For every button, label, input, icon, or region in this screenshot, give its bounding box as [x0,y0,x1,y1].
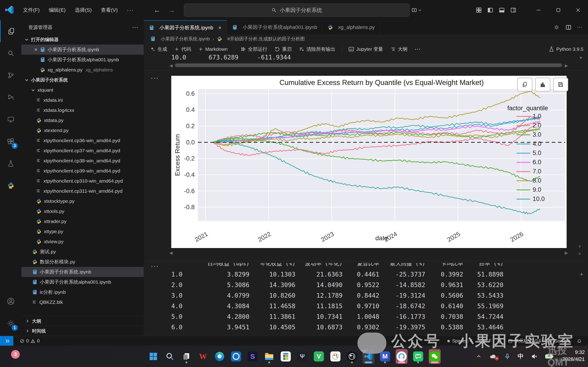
tree-item[interactable]: xttools.py [21,206,144,216]
split-editor-icon[interactable] [565,24,571,30]
tree-item[interactable]: ic分析.ipynb [21,287,144,297]
save-output-button[interactable] [553,78,568,92]
microphone-icon[interactable] [505,353,510,359]
taskbar-task-view-icon[interactable] [180,349,192,364]
tree-item[interactable]: 小果因子分析系统.ipynb [21,267,144,277]
breadcrumb-file[interactable]: 小果因子分析系统.ipynb [161,36,210,42]
taskbar-obs-icon[interactable] [346,349,358,364]
cell-actions-icon[interactable]: ··· [151,263,159,270]
tree-item[interactable]: QBKZZ.blk [21,297,144,307]
add-markdown-cell-button[interactable]: Markdown [196,45,230,53]
restart-button[interactable]: 重启 [272,45,294,54]
taskbar-outlook-icon[interactable] [230,349,242,364]
volume-muted-icon[interactable] [531,354,537,359]
tree-item[interactable]: xtdata.py [21,115,144,125]
taskbar-store-icon[interactable] [280,349,292,364]
editor-tab[interactable]: 小果因子分析系统.ipynb× [144,20,227,35]
tree-item[interactable]: xtextend.py [21,125,144,135]
activity-settings-icon[interactable]: 1 [0,312,21,334]
menu-item-s[interactable]: 选择(S) [71,4,95,16]
menu-item-e[interactable]: 编辑(E) [45,4,69,16]
open-layout-icon[interactable] [411,7,422,13]
toggle-secondary-sidebar-icon[interactable] [510,7,516,13]
scroll-up-icon[interactable]: ▲ [579,271,584,276]
activity-extensions-icon[interactable]: 3 [0,130,21,152]
menu-item-v[interactable]: 查看(V) [97,4,121,16]
clear-outputs-button[interactable]: 清除所有输出 [296,45,338,54]
tree-item[interactable]: xtpythonclient.cp39-win_amd64.pyd [21,166,144,176]
tree-item[interactable]: xtpythonclient.cp37-win_amd64.pyd [21,146,144,156]
menu-more-icon[interactable]: ··· [123,5,137,16]
kernel-picker[interactable]: Python 3.9.5 [549,46,588,52]
toolbar-more-icon[interactable]: ··· [412,45,424,53]
tree-item[interactable]: xtpythonclient.cp36-win_amd64.pyd [21,135,144,146]
copy-output-button[interactable] [517,78,532,92]
ime-indicator[interactable]: 中 [518,352,524,360]
open-editors-header[interactable]: 打开的编辑器 [21,34,144,45]
scroll-right-icon[interactable]: ▶ [565,250,568,255]
toggle-sidebar-icon[interactable] [487,7,493,13]
tree-item[interactable]: xtpythonclient.cp311-win_amd64.pyd [21,186,144,196]
tray-expand-icon[interactable] [476,354,481,359]
activity-python-icon[interactable] [0,175,21,197]
explorer-more-icon[interactable]: ··· [132,25,139,30]
activity-explorer-icon[interactable] [0,20,22,42]
scroll-left-icon[interactable]: ◀ [170,63,173,68]
outline-section[interactable]: 大纲 [21,316,144,326]
activity-run-debug-icon[interactable] [0,86,21,108]
maximize-button[interactable] [548,0,568,20]
taskbar-wps-icon[interactable]: W [197,349,209,364]
outline-button[interactable]: 大纲 [388,45,410,54]
horizontal-scrollbar[interactable] [174,63,563,67]
open-editor-item[interactable]: xg_alphalens.pyxg_alphalens [21,65,144,75]
activity-testing-icon[interactable] [0,152,21,175]
tree-item[interactable]: xtdata.log4cxx [21,105,144,115]
command-center-search[interactable]: 小果因子分析系统 [184,3,410,17]
add-code-cell-button[interactable]: 代码 [172,45,194,54]
remote-indicator[interactable] [0,336,13,346]
nav-forward-icon[interactable]: → [168,6,175,14]
taskbar-ai-s-icon[interactable]: S [247,349,259,364]
generate-button[interactable]: 生成 [147,45,170,54]
problems-indicator[interactable]: 0 0 [20,338,40,343]
open-editor-item[interactable]: ×小果因子分析系统.ipynb [21,45,144,55]
tree-item[interactable]: 小果因子分析系统alpha001.ipynb [21,277,144,287]
chart-output-button[interactable] [535,78,550,92]
taskbar-search-icon[interactable] [164,349,176,364]
editor-settings-icon[interactable] [554,24,560,30]
close-button[interactable] [568,0,588,20]
taskbar-v-app-icon[interactable]: V [313,349,325,364]
folder-section-header[interactable]: 小果因子分析系统 [21,75,144,85]
editor-more-icon[interactable]: ··· [577,25,582,29]
tree-item[interactable]: xttrader.py [21,216,144,226]
open-editor-item[interactable]: 小果因子分析系统alpha001.ipynb [21,55,144,65]
cell-actions-icon[interactable]: ··· [151,75,159,82]
onedrive-icon[interactable]: ✕ [489,354,497,359]
scroll-left-icon[interactable]: ◀ [170,250,173,255]
customize-layout-icon[interactable] [476,7,482,13]
activity-account-icon[interactable] [0,290,21,312]
editor-tab[interactable]: xg_alphalens.py [323,20,380,34]
breadcrumb[interactable]: 小果因子分析系统.ipynb › #开始因子分析,生成默认的因子分析图 [144,34,588,43]
toggle-panel-icon[interactable] [499,7,505,13]
editor-tab[interactable]: 小果因子分析系统alpha001.ipynb [227,20,323,34]
close-icon[interactable]: × [32,46,40,53]
tree-item[interactable]: xtquant [21,85,144,95]
taskbar-game-icon[interactable]: Ψ [296,349,308,364]
taskbar-edge-icon[interactable] [213,349,225,364]
activity-remote-explorer-icon[interactable] [0,108,21,130]
scroll-down-icon[interactable]: ▼ [578,252,582,257]
tree-item[interactable]: xtview.py [21,237,144,247]
scroll-up-icon[interactable]: ▼ [579,56,583,60]
taskbar-paint-icon[interactable] [329,349,341,364]
scroll-right-icon[interactable]: ▶ [565,63,568,68]
activity-search-icon[interactable] [0,42,21,64]
tree-item[interactable]: xtdata.ini [21,95,144,105]
tree-item[interactable]: xtpythonclient.cp310-win_amd64.pyd [21,176,144,186]
tree-item[interactable]: 数据分析模块.py [21,257,144,267]
timeline-section[interactable]: 时间线 [21,326,144,336]
tree-item[interactable]: xttype.py [21,226,144,237]
scroll-down-icon[interactable]: ▼ [578,244,582,249]
taskbar-start-icon[interactable] [147,349,159,364]
nav-back-icon[interactable]: ← [153,6,161,14]
